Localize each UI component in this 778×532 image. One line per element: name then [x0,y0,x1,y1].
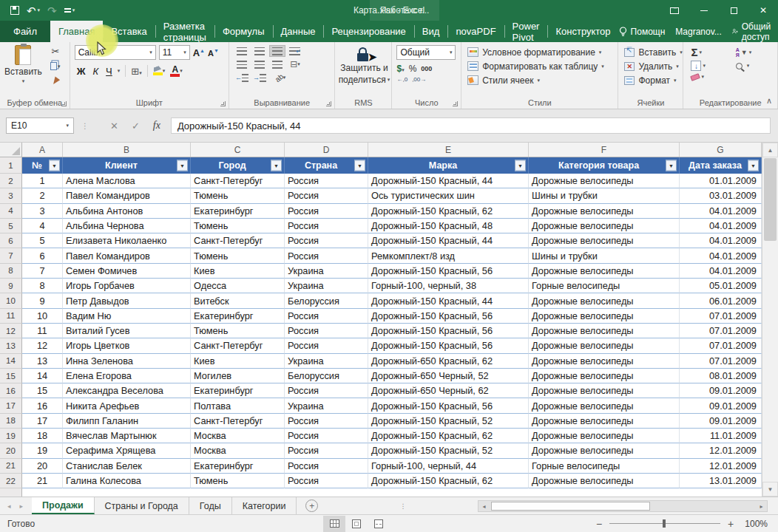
cell[interactable]: Санкт-Петербуг [191,174,285,188]
clear-button[interactable]: ▾ [691,74,728,80]
cell[interactable]: Игорь Горбачев [63,279,191,293]
cell[interactable]: 7 [22,264,63,279]
cell[interactable]: Россия [285,429,368,443]
cell[interactable]: Дорожный-150 Красный, 44 [368,233,529,248]
merge-center-button[interactable]: ⊟▾ [287,58,303,70]
conditional-formatting-button[interactable]: Условное форматирование ▾ [467,45,615,59]
cell[interactable]: Дорожные велосипеды [529,429,680,443]
cell[interactable]: Дорожный-150 Красный, 56 [368,338,529,353]
dialog-launcher-icon[interactable] [61,101,67,106]
maximize-button[interactable] [719,0,748,21]
formula-input[interactable]: Дорожный-150 Красный, 44 [171,117,771,134]
cell[interactable]: Дорожный-150 Красный, 62 [368,204,529,219]
cell[interactable]: Украина [285,354,368,369]
horizontal-scrollbar[interactable]: ◂ ▸ [478,500,768,512]
column-header-A[interactable]: A [22,143,63,157]
align-left-button[interactable] [234,58,250,70]
cell[interactable]: Россия [285,174,368,188]
cell[interactable]: 07.01.2009 [680,324,762,338]
format-as-table-button[interactable]: Форматировать как таблицу ▾ [467,59,615,73]
cell[interactable]: 07.01.2009 [680,354,762,369]
save-button[interactable] [10,6,19,15]
cell[interactable]: 10 [22,309,63,324]
table-header-cell[interactable]: №▼ [22,157,63,174]
cell[interactable]: 3 [22,204,63,219]
select-all-button[interactable] [0,143,22,157]
cell[interactable]: 2 [22,188,63,203]
cell[interactable]: 11.01.2009 [680,429,762,443]
insert-cells-button[interactable]: Вставить ▾ [624,45,680,59]
bold-button[interactable]: Ж [75,66,88,77]
cell[interactable]: Дорожные велосипеды [529,219,680,233]
cell[interactable]: Екатеринбург [191,383,285,398]
vertical-scrollbar[interactable]: ▲ ▼ [762,143,778,497]
cell[interactable]: 12.01.2009 [680,459,762,474]
cell[interactable]: Екатеринбург [191,459,285,474]
row-header-5[interactable]: 5 [0,219,22,233]
cell[interactable]: Белоруссия [285,293,368,308]
cell[interactable]: 20 [22,459,63,474]
filter-button[interactable]: ▼ [748,160,759,171]
cell[interactable]: Москва [191,443,285,458]
align-right-button[interactable] [269,58,285,70]
cell[interactable]: Дорожные велосипеды [529,174,680,188]
row-header-7[interactable]: 7 [0,248,22,263]
paste-button[interactable]: Вставить ▾ [4,45,42,87]
row-header-6[interactable]: 6 [0,233,22,248]
format-painter-button[interactable] [47,75,64,87]
column-header-B[interactable]: B [63,143,191,157]
cell[interactable]: 4 [22,219,63,233]
tab-power-pivot[interactable]: Power Pivot [504,21,548,42]
orientation-button[interactable]: ab▾ [269,72,291,83]
cell[interactable]: 18 [22,429,63,443]
cell[interactable]: Альбина Антонов [63,204,191,219]
cell[interactable]: Россия [285,443,368,458]
cell[interactable]: Дорожные велосипеды [529,324,680,338]
align-center-button[interactable] [251,58,268,70]
minimize-button[interactable] [689,0,719,21]
cell[interactable]: Дорожные велосипеды [529,474,680,488]
cell[interactable]: 19 [22,443,63,458]
cell[interactable]: 07.01.2009 [680,309,762,324]
cell[interactable]: Москва [191,429,285,443]
scroll-down-button[interactable]: ▼ [762,482,778,497]
cancel-entry-button[interactable]: ✕ [110,120,118,132]
customize-qat-button[interactable]: ▾ [64,7,75,13]
tab-novapdf[interactable]: novaPDF [447,21,504,42]
cell[interactable]: Тюмень [191,188,285,203]
cell[interactable]: Ось туристических шин [368,188,529,203]
cell[interactable]: Россия [285,309,368,324]
row-header-18[interactable]: 18 [0,414,22,429]
row-header-15[interactable]: 15 [0,369,22,383]
row-header-14[interactable]: 14 [0,354,22,369]
cell[interactable]: Инна Зеленова [63,354,191,369]
cell[interactable]: 09.01.2009 [680,398,762,413]
zoom-level[interactable]: 100% [741,519,768,529]
cell[interactable]: Дорожный-150 Красный, 52 [368,443,529,458]
row-header-16[interactable]: 16 [0,383,22,398]
cell[interactable]: Горный-100, черный, 38 [368,279,529,293]
tab-рецензирование[interactable]: Рецензирование [323,21,413,42]
sheet-tab-продажи[interactable]: Продажи [32,497,95,514]
cell[interactable]: Шины и трубки [529,188,680,203]
enter-entry-button[interactable]: ✓ [132,120,140,132]
cell[interactable]: Дорожные велосипеды [529,369,680,383]
scroll-left-button[interactable]: ◂ [478,501,490,511]
sort-filter-button[interactable]: АЯ▼▾ [736,47,774,58]
table-header-cell[interactable]: Город▼ [191,157,285,174]
cell[interactable]: Петр Давыдов [63,293,191,308]
cell[interactable]: 12.01.2009 [680,443,762,458]
zoom-slider[interactable] [609,523,720,524]
column-header-D[interactable]: D [285,143,368,157]
cell[interactable]: 12 [22,338,63,353]
cell[interactable]: 13 [22,354,63,369]
cell[interactable]: Украина [285,264,368,279]
cell[interactable]: Игорь Цветков [63,338,191,353]
tab-главная[interactable]: Главная [50,21,103,42]
zoom-out-button[interactable]: − [595,518,603,530]
cell[interactable]: Витебск [191,293,285,308]
cell[interactable]: Дорожный-150 Красный, 56 [368,309,529,324]
zoom-in-button[interactable]: + [726,518,735,530]
row-header-11[interactable]: 11 [0,309,22,324]
column-header-E[interactable]: E [368,143,529,157]
